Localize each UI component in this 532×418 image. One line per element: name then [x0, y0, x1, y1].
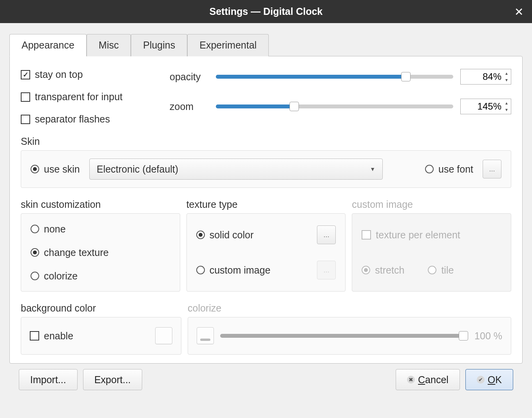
footer: Import... Export... ✖ Cancel ✔ OK: [9, 364, 523, 390]
title-bar: Settings — Digital Clock ✕: [0, 0, 532, 23]
skin-combo[interactable]: Electronic (default) ▼: [89, 159, 383, 180]
skin-customization-header: skin customization: [21, 199, 180, 210]
close-icon[interactable]: ✕: [514, 5, 523, 18]
opacity-spinbox[interactable]: 84% ▲ ▼: [460, 69, 511, 85]
zoom-slider[interactable]: [216, 104, 453, 108]
zoom-slider-thumb[interactable]: [290, 102, 299, 111]
opacity-row: opacity 84% ▲ ▼: [170, 69, 511, 85]
ok-label-rest: K: [495, 374, 502, 385]
texture-per-element-checkbox: texture per element: [362, 229, 501, 241]
custom-image-header: custom image: [352, 199, 511, 210]
custom-image-frame: texture per element stretch tile: [352, 213, 511, 292]
cancel-button[interactable]: ✖ Cancel: [396, 369, 460, 390]
stay-on-top-label: stay on top: [35, 69, 83, 80]
colorize-col: colorize 100 %: [188, 292, 511, 355]
skin-customization-frame: none change texture colorize: [21, 213, 180, 292]
zoom-spinbox[interactable]: 145% ▲ ▼: [460, 99, 511, 114]
tile-radio: tile: [428, 265, 454, 276]
background-enable-checkbox[interactable]: enable: [30, 330, 73, 342]
texture-type-header: texture type: [186, 199, 346, 210]
use-skin-label: use skin: [44, 164, 80, 175]
transparent-for-input-checkbox[interactable]: transparent for input: [21, 91, 170, 103]
cancel-label-u: C: [418, 374, 425, 385]
tab-experimental[interactable]: Experimental: [187, 34, 269, 56]
use-font-label: use font: [438, 164, 473, 175]
stay-on-top-checkbox[interactable]: ✓ stay on top: [21, 69, 170, 80]
solid-color-radio[interactable]: solid color: [196, 229, 254, 241]
stretch-label: stretch: [375, 265, 404, 276]
colorize-value: 100 %: [474, 330, 502, 342]
opacity-value: 84%: [483, 71, 501, 82]
colorize-slider: [220, 334, 468, 338]
zoom-value: 145%: [478, 101, 501, 112]
custom-image-radio[interactable]: custom image: [196, 265, 271, 276]
transparent-for-input-label: transparent for input: [35, 91, 123, 103]
tab-plugins[interactable]: Plugins: [131, 34, 187, 56]
use-font-radio[interactable]: use font: [425, 164, 473, 175]
separator-flashes-checkbox[interactable]: separator flashes: [21, 114, 170, 125]
colorize-frame: 100 %: [188, 317, 511, 355]
ok-label-u: O: [488, 374, 495, 385]
solid-color-picker-button[interactable]: ...: [317, 225, 336, 244]
colorize-slider-thumb: [459, 331, 468, 341]
stretch-radio: stretch: [362, 265, 404, 276]
skin-custom-none-radio[interactable]: none: [31, 223, 170, 235]
content-area: Appearance Misc Plugins Experimental ✓ s…: [0, 34, 532, 394]
opacity-label: opacity: [170, 71, 209, 83]
export-button[interactable]: Export...: [83, 369, 142, 390]
opacity-slider[interactable]: [216, 75, 453, 79]
texture-type-frame: solid color ... custom image ...: [186, 213, 346, 292]
skin-header: Skin: [21, 136, 511, 147]
background-enable-label: enable: [44, 330, 73, 342]
zoom-step-down[interactable]: ▼: [503, 106, 510, 113]
custom-image-picker-button: ...: [317, 261, 336, 279]
skin-custom-none-label: none: [44, 223, 66, 235]
skin-frame: use skin Electronic (default) ▼ use font…: [21, 150, 511, 188]
separator-flashes-label: separator flashes: [35, 114, 110, 125]
font-picker-button[interactable]: ...: [483, 160, 501, 178]
background-color-header: background color: [21, 303, 181, 314]
cancel-label-rest: ancel: [425, 374, 449, 385]
colorize-color-swatch: [197, 327, 214, 344]
zoom-row: zoom 145% ▲ ▼: [170, 99, 511, 114]
skin-custom-change-texture-radio[interactable]: change texture: [31, 247, 170, 258]
ok-button[interactable]: ✔ OK: [465, 369, 513, 390]
slider-column: opacity 84% ▲ ▼ zoom: [170, 67, 511, 125]
cancel-icon: ✖: [407, 376, 415, 384]
colorize-header: colorize: [188, 303, 511, 314]
custom-image-radio-label: custom image: [210, 265, 271, 276]
import-button[interactable]: Import...: [19, 369, 78, 390]
skin-custom-colorize-label: colorize: [44, 270, 78, 282]
texture-per-element-label: texture per element: [376, 229, 460, 241]
texture-type-col: texture type solid color ... custom imag…: [186, 188, 346, 292]
tab-row: Appearance Misc Plugins Experimental: [9, 34, 523, 56]
appearance-panel: ✓ stay on top transparent for input sepa…: [9, 56, 523, 364]
opacity-step-up[interactable]: ▲: [503, 70, 510, 77]
custom-image-col: custom image texture per element stretch: [352, 188, 511, 292]
opacity-slider-thumb[interactable]: [401, 72, 411, 81]
ok-icon: ✔: [477, 376, 485, 384]
skin-custom-change-texture-label: change texture: [44, 247, 109, 258]
skin-customization-col: skin customization none change texture c…: [21, 188, 180, 292]
solid-color-label: solid color: [210, 229, 254, 241]
background-color-frame: enable: [21, 317, 181, 355]
use-skin-radio[interactable]: use skin: [31, 164, 80, 175]
chevron-down-icon: ▼: [370, 166, 375, 172]
skin-combo-value: Electronic (default): [97, 164, 178, 175]
skin-custom-colorize-radio[interactable]: colorize: [31, 270, 170, 282]
zoom-step-up[interactable]: ▲: [503, 100, 510, 106]
tile-label: tile: [441, 265, 454, 276]
opacity-step-down[interactable]: ▼: [503, 77, 510, 83]
checkbox-column: ✓ stay on top transparent for input sepa…: [21, 67, 170, 125]
background-color-col: background color enable: [21, 292, 181, 355]
tab-appearance[interactable]: Appearance: [9, 34, 87, 56]
window-title: Settings — Digital Clock: [210, 6, 323, 17]
zoom-label: zoom: [170, 101, 209, 112]
background-color-swatch[interactable]: [155, 327, 172, 344]
tab-misc[interactable]: Misc: [87, 34, 131, 56]
